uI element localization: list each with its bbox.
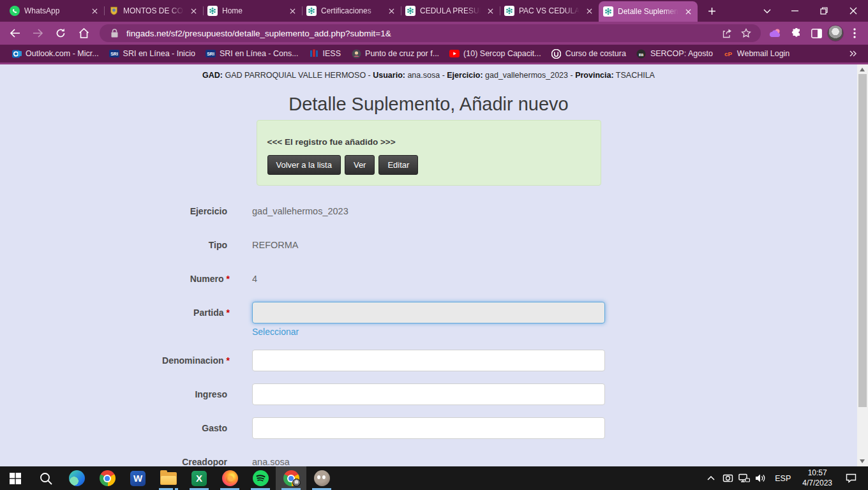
field-label: Tipo — [209, 240, 227, 250]
form-row-ingreso: Ingreso — [0, 383, 857, 405]
taskbar-chrome-icon[interactable] — [92, 466, 123, 490]
form-row-tipo: Tipo REFORMA — [0, 234, 857, 256]
field-label: Gasto — [202, 423, 227, 433]
restore-button[interactable] — [809, 0, 839, 22]
required-asterisk: * — [227, 308, 230, 318]
bookmark-sercop-agosto[interactable]: m SERCOP: Agosto — [631, 47, 718, 61]
taskbar-chrome-profile-active-icon[interactable] — [276, 466, 306, 490]
bookmark-label: SERCOP: Agosto — [650, 49, 713, 58]
bookmarks-bar: Outlook.com - Micr... SRI SRI en Línea -… — [0, 45, 868, 63]
bookmark-star-icon[interactable] — [739, 26, 753, 40]
taskbar-spotify-icon[interactable] — [245, 466, 276, 490]
tab-close-icon[interactable] — [683, 6, 693, 17]
side-panel-icon[interactable] — [807, 24, 826, 43]
address-bar[interactable]: fingads.net/sf2/presupuesto/detalle_supl… — [100, 24, 761, 42]
tab-detalle-suplemento-active[interactable]: Detalle Suplemen — [599, 1, 698, 22]
bookmark-label: (10) Sercop Capacit... — [463, 49, 541, 58]
taskbar-word-icon[interactable]: W — [123, 466, 153, 490]
back-button[interactable] — [4, 23, 26, 43]
tab-home[interactable]: Home — [203, 0, 302, 22]
extensions-puzzle-icon[interactable] — [786, 24, 805, 43]
close-window-button[interactable] — [839, 0, 868, 22]
taskbar-search-button[interactable] — [31, 466, 61, 490]
tab-whatsapp[interactable]: WhatsApp — [5, 0, 104, 22]
window-controls — [754, 0, 868, 22]
tab-close-icon[interactable] — [584, 6, 594, 16]
fingads-favicon-icon — [603, 6, 613, 17]
bookmark-label: SRI en Línea - Cons... — [220, 49, 299, 58]
tab-pac-vs-cedula[interactable]: PAC VS CEDULA — [500, 0, 599, 22]
taskbar-file-explorer-icon[interactable] — [153, 466, 184, 490]
bookmark-curso-costura[interactable]: Curso de costura — [546, 47, 631, 61]
tray-volume-icon[interactable] — [752, 466, 769, 490]
tab-close-icon[interactable] — [188, 6, 198, 16]
reload-button[interactable] — [50, 23, 71, 43]
share-icon[interactable] — [720, 26, 734, 40]
field-value: REFORMA — [252, 240, 605, 250]
ingreso-input[interactable] — [252, 383, 605, 405]
language-indicator[interactable]: ESP — [769, 474, 797, 483]
ver-button[interactable]: Ver — [345, 155, 375, 175]
home-button[interactable] — [73, 23, 94, 43]
minimize-button[interactable] — [780, 0, 809, 22]
volver-a-la-lista-button[interactable]: Volver a la lista — [267, 155, 341, 175]
url-text[interactable]: fingads.net/sf2/presupuesto/detalle_supl… — [126, 29, 715, 38]
tab-close-icon[interactable] — [89, 6, 100, 16]
forward-button[interactable] — [27, 23, 49, 43]
action-center-icon[interactable] — [838, 473, 864, 483]
bookmark-sri-consultas[interactable]: SRI SRI en Línea - Cons... — [200, 47, 304, 61]
bookmark-iess[interactable]: IESS — [304, 47, 347, 61]
form-row-creadopor: Creadopor ana.sosa — [0, 451, 857, 466]
tab-search-chevron-icon[interactable] — [754, 0, 780, 22]
tray-cast-icon[interactable] — [719, 466, 736, 490]
tray-chevron-up-icon[interactable] — [703, 466, 719, 490]
seleccionar-link[interactable]: Seleccionar — [252, 327, 299, 337]
taskbar-clock[interactable]: 10:57 4/7/2023 — [797, 468, 838, 488]
tray-network-icon[interactable] — [736, 466, 752, 490]
bookmark-sercop-youtube[interactable]: (10) Sercop Capacit... — [444, 47, 546, 61]
tab-certificaciones[interactable]: Certificaciones — [302, 0, 401, 22]
sri-icon: SRI — [206, 48, 216, 59]
taskbar-excel-icon[interactable]: X — [184, 466, 214, 490]
tab-close-icon[interactable] — [386, 6, 396, 16]
weather-extension-icon[interactable] — [766, 24, 785, 43]
bookmarks-overflow-chevron-icon[interactable] — [849, 50, 862, 57]
denominacion-input[interactable] — [252, 350, 605, 371]
gasto-input[interactable] — [252, 417, 605, 439]
iess-icon — [309, 48, 319, 59]
profile-avatar[interactable] — [827, 25, 844, 41]
tab-close-icon[interactable] — [287, 6, 297, 16]
new-tab-button[interactable] — [703, 2, 721, 20]
tab-montos[interactable]: MONTOS DE CON — [104, 0, 203, 22]
page-scrollbar[interactable] — [857, 64, 868, 466]
bookmark-punto-de-cruz[interactable]: Punto de cruz por f... — [346, 47, 444, 61]
taskbar-gimp-icon[interactable] — [306, 466, 337, 490]
partida-input[interactable] — [252, 302, 605, 323]
crest-favicon-icon — [108, 6, 119, 16]
provincia-label: Provincia: — [575, 71, 613, 80]
scrollbar-down-icon[interactable] — [860, 459, 865, 463]
required-asterisk: * — [227, 355, 230, 366]
tab-title: WhatsApp — [24, 6, 85, 15]
menu-dots-icon[interactable] — [845, 24, 864, 43]
scrollbar-thumb[interactable] — [858, 74, 867, 407]
taskbar-edge-icon[interactable] — [61, 466, 92, 490]
field-label: Numero — [190, 274, 224, 284]
bookmark-outlook[interactable]: Outlook.com - Micr... — [6, 47, 104, 61]
scrollbar-up-icon[interactable] — [860, 68, 865, 71]
form-row-numero: Numero* 4 — [0, 268, 857, 290]
bookmark-sri-inicio[interactable]: SRI SRI en Línea - Inicio — [104, 47, 200, 61]
editar-button[interactable]: Editar — [378, 155, 418, 175]
taskbar-firefox-icon[interactable] — [214, 466, 245, 490]
bookmark-webmail[interactable]: cP Webmail Login — [718, 47, 795, 61]
form-row-partida: Partida* Seleccionar — [0, 302, 857, 338]
tab-cedula-presupuestaria[interactable]: CEDULA PRESUP — [401, 0, 500, 22]
svg-text:SRI: SRI — [110, 52, 118, 56]
bookmark-label: IESS — [323, 49, 341, 58]
form-row-ejercicio: Ejercicio gad_vallehermos_2023 — [0, 200, 857, 222]
bookmark-label: SRI en Línea - Inicio — [123, 49, 195, 58]
lock-icon[interactable] — [107, 26, 121, 40]
start-button[interactable] — [0, 466, 31, 490]
bookmark-label: Outlook.com - Micr... — [26, 49, 99, 58]
tab-close-icon[interactable] — [485, 6, 495, 16]
